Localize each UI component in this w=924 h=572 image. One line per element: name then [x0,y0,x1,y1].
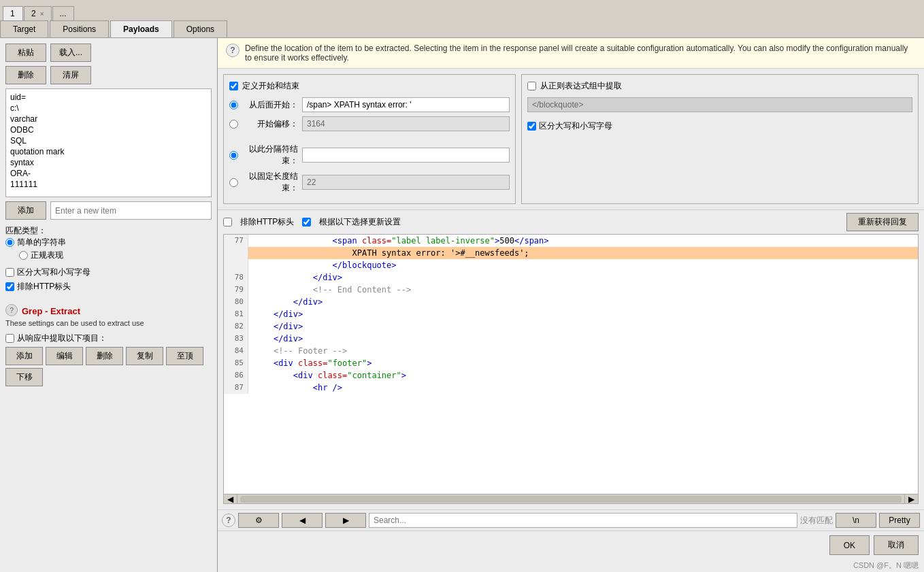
line-code: <div class="container"> [248,369,406,382]
tab-options[interactable]: Options [174,20,227,37]
toolbar-forward-button[interactable]: ▶ [325,513,366,528]
scroll-right[interactable]: ▶ [904,494,918,504]
new-item-input[interactable] [50,201,212,220]
update-config-checkbox[interactable] [302,218,311,226]
match-type-label: 匹配类型： [5,226,46,235]
grep-edit-button[interactable]: 编辑 [46,347,83,365]
line-number: 79 [224,284,248,296]
grep-copy-button[interactable]: 复制 [126,347,163,365]
cancel-button[interactable]: 取消 [874,535,919,555]
from-back-radio[interactable] [229,101,238,110]
tab-more[interactable]: ... [52,6,74,20]
offset-label: 开始偏移： [241,118,302,130]
list-item[interactable]: SQL [9,135,208,146]
code-toolbar: ? ⚙ ◀ ▶ 没有匹配 \n Pretty [218,509,924,531]
line-number: 84 [224,345,248,357]
separator-input[interactable] [302,148,510,163]
code-line-81: 81 </div> [224,308,918,320]
case-sensitive-label: 区分大写和小写字母 [17,267,90,278]
line-code: <!-- Footer --> [248,345,347,357]
line-code: </div> [248,308,303,320]
fixed-len-input[interactable] [302,175,510,190]
extract-right-box: 从正则表达式组中提取 区分大写和小写字母 [521,74,919,204]
tab-target[interactable]: Target [0,20,48,37]
match-simple-label: 简单的字符串 [17,237,66,248]
line-number: 82 [224,320,248,333]
define-start-end-checkbox[interactable] [229,82,238,90]
paste-button[interactable]: 粘贴 [5,44,46,62]
refresh-button[interactable]: 重新获得回复 [846,213,919,231]
list-item[interactable]: varchar [9,114,208,124]
toolbar-back-button[interactable]: ◀ [282,513,323,528]
list-item[interactable]: syntax [9,157,208,168]
code-line-80: 80 </div> [224,296,918,308]
tab-2-close[interactable]: × [40,10,44,18]
list-item[interactable]: uid= [9,92,208,103]
list-item[interactable]: 111111 [9,179,208,190]
line-number: 87 [224,382,248,394]
grep-add-button[interactable]: 添加 [5,347,43,365]
tab-1-label: 1 [10,9,15,18]
scroll-left[interactable]: ◀ [224,494,237,504]
extract-checkbox[interactable] [5,334,14,343]
grep-delete-button[interactable]: 删除 [86,347,123,365]
info-bar: ? Define the location of the item to be … [218,38,924,69]
payload-list: uid= c:\ varchar ODBC SQL quotation mark… [5,88,212,197]
tab-1[interactable]: 1 [3,6,23,20]
info-text: Define the location of the item to be ex… [245,44,916,63]
code-line-86: 86 <div class="container"> [224,369,918,382]
delete-button[interactable]: 删除 [5,66,46,84]
left-panel: 粘贴 载入... 删除 清屏 uid= c:\ varchar ODBC SQL… [0,38,218,572]
pretty-button[interactable]: Pretty [879,513,920,528]
offset-input[interactable] [302,116,510,131]
tab-2[interactable]: 2 × [24,6,52,20]
line-code: </div> [248,333,303,345]
update-config-label: 根据以下选择更新设置 [319,216,401,228]
line-number [224,247,248,259]
regex-input[interactable] [527,97,912,112]
bottom-exclude-http-label: 排除HTTP标头 [240,216,294,228]
list-item[interactable]: ODBC [9,124,208,135]
from-back-input[interactable] [302,97,510,112]
separator-radio[interactable] [229,151,238,160]
ok-button[interactable]: OK [829,535,870,555]
list-item[interactable]: ORA- [9,168,208,179]
offset-radio[interactable] [229,120,238,129]
match-regex-radio[interactable] [19,251,28,260]
toolbar-help-icon[interactable]: ? [222,514,235,527]
line-code: </blockquote> [248,259,397,271]
load-button[interactable]: 载入... [50,44,91,62]
exclude-http-label: 排除HTTP标头 [17,281,71,292]
newline-button[interactable]: \n [836,513,876,528]
line-code: </div> [248,320,303,333]
line-number: 78 [224,271,248,284]
case-sensitive-checkbox[interactable] [5,268,14,277]
grep-top-button[interactable]: 至顶 [166,347,203,365]
fixed-len-radio[interactable] [229,178,238,187]
toolbar-settings-button[interactable]: ⚙ [238,513,279,528]
regex-group-checkbox[interactable] [527,82,536,90]
exclude-http-checkbox[interactable] [5,282,14,291]
nav-tabs: Target Positions Payloads Options [0,20,924,38]
from-back-label: 从后面开始： [241,99,302,111]
line-number [224,259,248,271]
tab-payloads[interactable]: Payloads [110,20,172,37]
line-number: 86 [224,369,248,382]
match-simple-radio[interactable] [5,238,14,247]
action-bar: OK 取消 [218,531,924,559]
code-line-83: 83 </div> [224,333,918,345]
bottom-exclude-http-checkbox[interactable] [223,218,232,226]
code-line-82: 82 </div> [224,320,918,333]
grep-down-button[interactable]: 下移 [5,368,43,386]
tab-2-label: 2 [31,9,36,18]
search-input[interactable] [369,513,797,528]
line-number: 83 [224,333,248,345]
regex-group-label: 从正则表达式组中提取 [540,80,622,92]
clear-button[interactable]: 清屏 [50,66,91,84]
regex-case-sensitive-checkbox[interactable] [527,122,536,131]
list-item[interactable]: quotation mark [9,146,208,157]
tab-positions[interactable]: Positions [50,20,109,37]
list-item[interactable]: c:\ [9,103,208,114]
line-code: <span class="label label-inverse">500</s… [248,235,549,247]
add-item-button[interactable]: 添加 [5,201,46,220]
